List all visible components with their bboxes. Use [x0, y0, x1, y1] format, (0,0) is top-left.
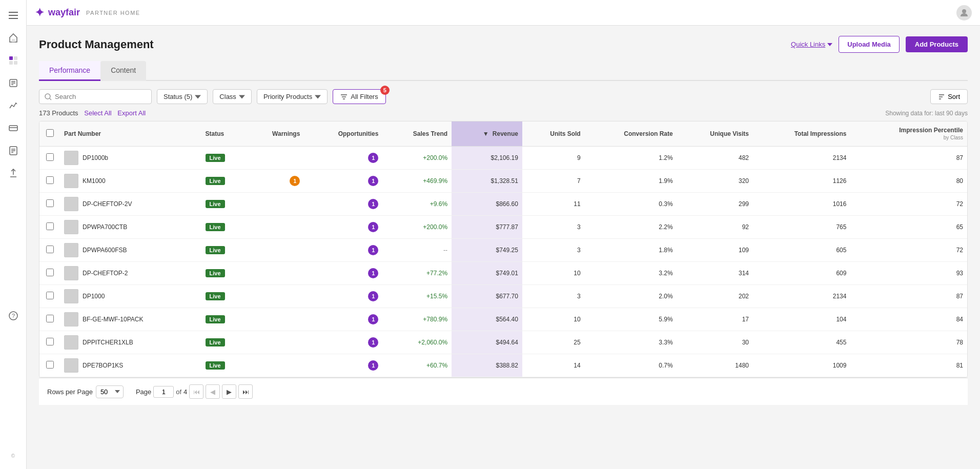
row-units-sold: 25 — [522, 331, 585, 354]
upload-icon[interactable] — [4, 164, 23, 182]
row-impression-percentile: 93 — [850, 262, 967, 285]
billing-icon[interactable] — [4, 119, 23, 137]
reports-icon[interactable] — [4, 141, 23, 160]
search-input[interactable] — [55, 93, 137, 100]
page-input[interactable] — [153, 386, 174, 398]
conversion-rate-header[interactable]: Conversion Rate — [585, 121, 677, 147]
row-sales-trend: +9.6% — [382, 193, 452, 216]
rows-per-page-select[interactable]: 50 25 100 — [96, 385, 124, 398]
product-thumbnail — [64, 358, 78, 373]
analytics-icon[interactable] — [4, 96, 23, 115]
help-icon[interactable]: ? — [4, 307, 23, 325]
row-impression-percentile: 87 — [850, 285, 967, 308]
row-checkbox[interactable] — [46, 269, 54, 276]
unique-visits-header[interactable]: Unique Visits — [677, 121, 753, 147]
row-status: Live — [201, 170, 246, 193]
next-page-button[interactable]: ▶ — [222, 384, 236, 399]
main-area: ✦ wayfair PARTNER HOME Product Managemen… — [27, 0, 980, 469]
row-checkbox[interactable] — [46, 176, 54, 184]
row-total-impressions: 2134 — [753, 285, 850, 308]
row-warnings — [246, 331, 304, 354]
row-checkbox[interactable] — [46, 292, 54, 299]
all-filters-button[interactable]: All Filters 5 — [333, 89, 385, 104]
last-page-button[interactable]: ⏭ — [238, 384, 253, 399]
row-checkbox[interactable] — [46, 222, 54, 230]
row-checkbox[interactable] — [46, 246, 54, 253]
menu-icon[interactable] — [4, 6, 23, 25]
svg-point-22 — [45, 94, 50, 99]
sort-icon — [938, 93, 945, 100]
row-part-number: DPPITCHER1XLB — [60, 331, 201, 354]
row-status: Live — [201, 308, 246, 331]
row-checkbox[interactable] — [46, 338, 54, 345]
impression-percentile-header[interactable]: Impression Percentile by Class — [850, 121, 967, 147]
opportunity-badge: 1 — [368, 268, 378, 278]
svg-rect-5 — [14, 56, 17, 60]
row-status: Live — [201, 354, 246, 377]
info-row: 173 Products Select All Export All Showi… — [39, 109, 968, 117]
select-all-checkbox[interactable] — [46, 129, 54, 137]
svg-rect-4 — [9, 56, 13, 60]
total-impressions-header[interactable]: Total Impressions — [753, 121, 850, 147]
row-impression-percentile: 65 — [850, 216, 967, 239]
row-units-sold: 3 — [522, 216, 585, 239]
row-sales-trend: +2,060.0% — [382, 331, 452, 354]
add-products-button[interactable]: Add Products — [906, 36, 968, 52]
upload-media-button[interactable]: Upload Media — [839, 36, 900, 53]
product-thumbnail — [64, 312, 78, 327]
orders-icon[interactable] — [4, 74, 23, 92]
units-sold-header[interactable]: Units Sold — [522, 121, 585, 147]
user-avatar[interactable] — [956, 5, 972, 21]
class-filter-button[interactable]: Class — [213, 89, 252, 104]
quick-links-button[interactable]: Quick Links — [791, 40, 832, 48]
row-opportunities: 1 — [304, 285, 382, 308]
priority-products-filter-button[interactable]: Priority Products — [257, 89, 328, 104]
chevron-down-icon — [315, 94, 321, 100]
home-icon[interactable] — [4, 29, 23, 47]
product-thumbnail — [64, 151, 78, 165]
row-checkbox[interactable] — [46, 153, 54, 161]
revenue-header[interactable]: ▼ Revenue — [452, 121, 522, 147]
sort-button[interactable]: Sort — [930, 89, 968, 104]
row-impression-percentile: 87 — [850, 147, 967, 170]
row-units-sold: 3 — [522, 239, 585, 262]
row-warnings — [246, 239, 304, 262]
page-navigation: Page of 4 ⏮ ◀ ▶ ⏭ — [136, 384, 253, 399]
search-box[interactable] — [39, 89, 152, 104]
row-part-number: DP-CHEFTOP-2 — [60, 262, 201, 285]
tab-content[interactable]: Content — [100, 61, 146, 81]
row-conversion-rate: 1.2% — [585, 147, 677, 170]
export-all-link[interactable]: Export All — [117, 109, 146, 117]
tab-performance[interactable]: Performance — [39, 61, 100, 81]
page-title: Product Management — [39, 38, 154, 51]
warning-badge: 1 — [290, 176, 300, 186]
select-all-link[interactable]: Select All — [84, 109, 111, 117]
row-sales-trend: +780.9% — [382, 308, 452, 331]
product-thumbnail — [64, 266, 78, 280]
row-checkbox[interactable] — [46, 199, 54, 207]
row-opportunities: 1 — [304, 147, 382, 170]
opportunity-badge: 1 — [368, 337, 378, 348]
warnings-header[interactable]: Warnings — [246, 121, 304, 147]
row-revenue: $388.82 — [452, 354, 522, 377]
svg-text:?: ? — [11, 313, 14, 319]
status-badge: Live — [206, 200, 225, 208]
prev-page-button[interactable]: ◀ — [206, 384, 220, 399]
row-checkbox[interactable] — [46, 315, 54, 322]
row-unique-visits: 202 — [677, 285, 753, 308]
status-header[interactable]: Status — [201, 121, 246, 147]
opportunity-badge: 1 — [368, 176, 378, 186]
header-actions: Quick Links Upload Media Add Products — [791, 36, 968, 53]
row-checkbox-cell — [39, 170, 60, 193]
part-number-header[interactable]: Part Number — [60, 121, 201, 147]
row-part-number: DP1000 — [60, 285, 201, 308]
status-filter-button[interactable]: Status (5) — [157, 89, 208, 104]
row-total-impressions: 1126 — [753, 170, 850, 193]
opportunities-header[interactable]: Opportunities — [304, 121, 382, 147]
products-icon[interactable] — [4, 51, 23, 70]
row-checkbox[interactable] — [46, 361, 54, 369]
first-page-button[interactable]: ⏮ — [189, 384, 203, 399]
of-label: of — [176, 388, 181, 396]
sales-trend-header[interactable]: Sales Trend — [382, 121, 452, 147]
row-checkbox-cell — [39, 216, 60, 239]
